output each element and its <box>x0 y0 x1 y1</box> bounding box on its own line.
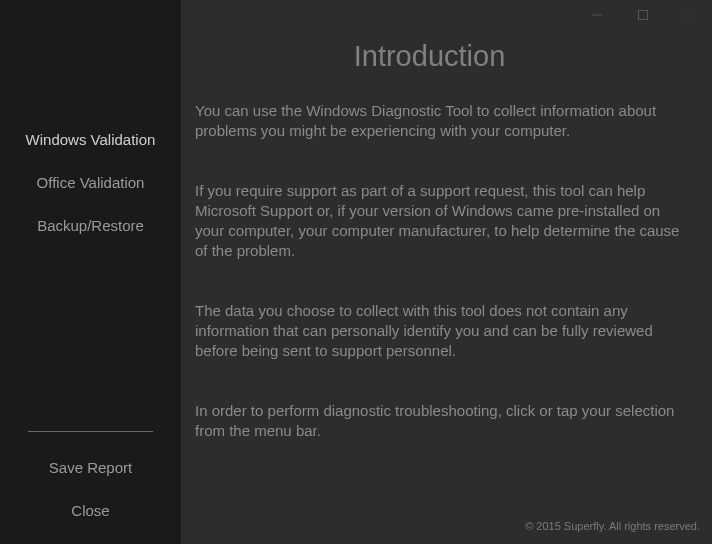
sidebar: Windows Validation Office Validation Bac… <box>0 0 181 544</box>
maximize-button[interactable] <box>620 0 666 30</box>
titlebar <box>181 0 712 30</box>
sidebar-bottom: Save Report Close <box>0 431 181 544</box>
sidebar-item-save-report[interactable]: Save Report <box>0 446 181 489</box>
minimize-button[interactable] <box>574 0 620 30</box>
svg-rect-1 <box>639 11 648 20</box>
close-icon <box>684 10 694 20</box>
footer-copyright: © 2015 Superfly. All rights reserved. <box>181 520 712 544</box>
sidebar-item-backup-restore[interactable]: Backup/Restore <box>0 204 181 247</box>
sidebar-divider <box>28 431 153 432</box>
app-window: Windows Validation Office Validation Bac… <box>0 0 712 544</box>
intro-paragraph-2: If you require support as part of a supp… <box>195 181 685 261</box>
sidebar-item-windows-validation[interactable]: Windows Validation <box>0 118 181 161</box>
sidebar-item-close[interactable]: Close <box>0 489 181 532</box>
main-panel: Introduction You can use the Windows Dia… <box>181 0 712 544</box>
maximize-icon <box>638 10 648 20</box>
page-title: Introduction <box>165 40 694 73</box>
intro-paragraph-4: In order to perform diagnostic troublesh… <box>195 401 685 441</box>
intro-paragraph-3: The data you choose to collect with this… <box>195 301 685 361</box>
sidebar-item-office-validation[interactable]: Office Validation <box>0 161 181 204</box>
close-button[interactable] <box>666 0 712 30</box>
content-area: Introduction You can use the Windows Dia… <box>181 30 712 520</box>
intro-paragraph-1: You can use the Windows Diagnostic Tool … <box>195 101 685 141</box>
minimize-icon <box>592 10 602 20</box>
